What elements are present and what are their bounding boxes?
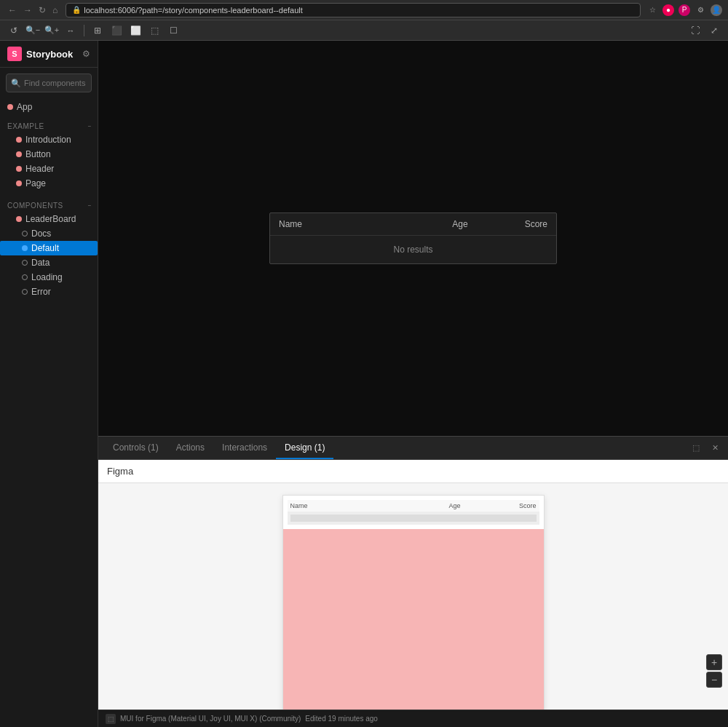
- toolbar-viewport-btn[interactable]: ⬜: [127, 23, 143, 39]
- loading-dot: [22, 274, 28, 280]
- sidebar-item-leaderboard[interactable]: LeaderBoard: [0, 212, 98, 226]
- settings-icon[interactable]: ⚙: [82, 49, 90, 59]
- toolbar-zoom-in-btn[interactable]: 🔍+: [44, 23, 60, 39]
- panel-close-icon[interactable]: ✕: [708, 441, 722, 456]
- forward-button[interactable]: →: [21, 4, 34, 16]
- col-score-header: Score: [489, 219, 547, 229]
- brand-header: S Storybook ⚙: [0, 41, 98, 68]
- status-bar: ⬚ MUI for Figma (Material UI, Joy UI, MU…: [98, 710, 728, 727]
- components-section: COMPONENTS − LeaderBoard Docs Default Da…: [0, 195, 98, 303]
- panel-expand-icon[interactable]: ⬚: [689, 441, 703, 456]
- components-section-header[interactable]: COMPONENTS −: [0, 199, 98, 212]
- sidebar-item-loading[interactable]: Loading: [0, 270, 98, 285]
- reload-button[interactable]: ↻: [36, 4, 48, 16]
- button-dot: [16, 151, 22, 157]
- chevron-components-icon: −: [88, 202, 92, 209]
- button-label: Button: [25, 149, 51, 159]
- brand-title: Storybook: [26, 49, 73, 60]
- figma-table-row-empty: [288, 512, 539, 525]
- figma-panel: Figma Name Age Score: [98, 460, 728, 710]
- figma-col-name: Name: [290, 502, 449, 509]
- avatar-icon[interactable]: 👤: [711, 4, 722, 16]
- story-preview: Name Age Score No results: [98, 41, 728, 436]
- data-dot: [22, 260, 28, 266]
- figma-label: Figma: [98, 460, 728, 483]
- header-label: Header: [25, 164, 54, 174]
- example-section-header[interactable]: EXAMPLE −: [0, 120, 98, 132]
- home-button[interactable]: ⌂: [50, 4, 60, 16]
- toolbar-outline-btn[interactable]: ☐: [165, 23, 181, 39]
- zoom-controls: + −: [706, 654, 722, 688]
- sidebar-item-error[interactable]: Error: [0, 285, 98, 299]
- bottom-tab-icons: ⬚ ✕: [689, 441, 722, 456]
- browser-icons: ☆ ● P ⚙ 👤: [646, 4, 722, 16]
- sidebar-item-introduction[interactable]: Introduction: [0, 132, 98, 147]
- default-dot: [22, 245, 28, 251]
- components-label: COMPONENTS: [7, 202, 63, 210]
- error-label: Error: [31, 287, 51, 297]
- pinterest-icon[interactable]: P: [678, 4, 690, 16]
- app-dot: [7, 104, 13, 110]
- search-bar[interactable]: 🔍 ⌘K: [6, 74, 92, 92]
- status-icon: ⬚: [106, 714, 116, 724]
- search-icon: 🔍: [11, 79, 21, 88]
- sidebar-item-docs[interactable]: Docs: [0, 226, 98, 241]
- status-text: MUI for Figma (Material UI, Joy UI, MUI …: [120, 715, 301, 723]
- tab-design[interactable]: Design (1): [276, 437, 333, 459]
- example-label: EXAMPLE: [7, 122, 44, 130]
- page-label: Page: [25, 178, 46, 188]
- zoom-out-button[interactable]: −: [706, 672, 722, 688]
- intro-label: Introduction: [25, 135, 71, 145]
- tab-controls[interactable]: Controls (1): [104, 437, 167, 459]
- browser-nav[interactable]: ← → ↻ ⌂: [6, 4, 60, 16]
- sidebar-item-header[interactable]: Header: [0, 162, 98, 176]
- notification-icon[interactable]: ●: [662, 4, 674, 16]
- figma-col-score: Score: [493, 502, 537, 509]
- leaderboard-table: Name Age Score No results: [269, 212, 557, 264]
- back-button[interactable]: ←: [6, 4, 19, 16]
- figma-col-age: Age: [449, 502, 493, 509]
- figma-frame: Name Age Score: [282, 495, 545, 710]
- toolbar-grid-btn[interactable]: ⊞: [90, 23, 106, 39]
- data-label: Data: [31, 258, 50, 268]
- sidebar-item-button[interactable]: Button: [0, 147, 98, 162]
- search-input[interactable]: [24, 79, 98, 87]
- figma-table-header: Name Age Score: [288, 500, 539, 512]
- figma-table-preview: Name Age Score: [283, 496, 544, 529]
- bottom-panel: Controls (1) Actions Interactions Design…: [98, 436, 728, 727]
- toolbar-background-btn[interactable]: ⬛: [108, 23, 124, 39]
- page-dot: [16, 180, 22, 186]
- toolbar-sync-btn[interactable]: ↺: [6, 23, 22, 39]
- sidebar-item-page[interactable]: Page: [0, 176, 98, 191]
- figma-pink-area: [283, 529, 544, 710]
- address-bar[interactable]: 🔒 localhost:6006/?path=/story/components…: [66, 3, 641, 17]
- toolbar-zoom-out-btn[interactable]: 🔍−: [25, 23, 41, 39]
- col-age-header: Age: [431, 219, 489, 229]
- leaderboard-dot: [16, 216, 22, 222]
- table-header: Name Age Score: [270, 213, 556, 236]
- toolbar-zoom-reset-btn[interactable]: ↔: [63, 23, 79, 39]
- puzzle-icon[interactable]: ⚙: [695, 4, 706, 16]
- toolbar-fullscreen-btn[interactable]: ⤢: [706, 23, 722, 39]
- sidebar-item-data[interactable]: Data: [0, 255, 98, 270]
- zoom-in-button[interactable]: +: [706, 654, 722, 670]
- app-label: App: [17, 102, 32, 112]
- toolbar-measure-btn[interactable]: ⬚: [146, 23, 162, 39]
- toolbar-separator-1: [84, 25, 84, 36]
- example-section: EXAMPLE − Introduction Button Header Pag…: [0, 116, 98, 195]
- docs-label: Docs: [31, 229, 51, 239]
- status-suffix: Edited 19 minutes ago: [305, 715, 378, 723]
- sidebar-item-default[interactable]: Default: [0, 241, 98, 255]
- chevron-icon: −: [88, 123, 92, 130]
- browser-chrome: ← → ↻ ⌂ 🔒 localhost:6006/?path=/story/co…: [0, 0, 728, 20]
- url-text: localhost:6006/?path=/story/components-l…: [84, 6, 303, 15]
- docs-dot: [22, 231, 28, 237]
- toolbar-expand-btn[interactable]: ⛶: [687, 23, 703, 39]
- sidebar-item-app[interactable]: App: [0, 98, 98, 116]
- default-label: Default: [31, 243, 59, 253]
- table-empty-message: No results: [270, 236, 556, 263]
- main-layout: S Storybook ⚙ 🔍 ⌘K App EXAMPLE − Introdu…: [0, 41, 728, 727]
- tab-interactions[interactable]: Interactions: [213, 437, 276, 459]
- tab-actions[interactable]: Actions: [167, 437, 213, 459]
- star-icon[interactable]: ☆: [646, 4, 658, 16]
